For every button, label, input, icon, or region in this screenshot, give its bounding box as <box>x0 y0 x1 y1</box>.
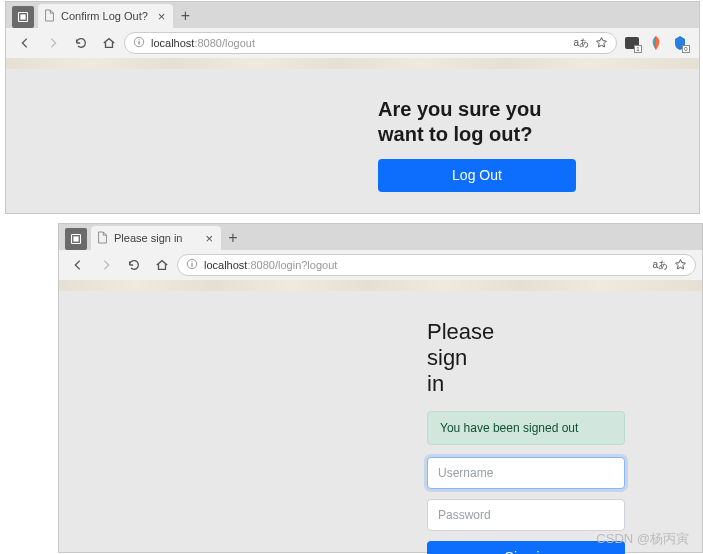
extension-icon[interactable]: 1 <box>623 34 641 52</box>
refresh-button[interactable] <box>68 30 94 56</box>
browser-tab[interactable]: Please sign in × <box>91 226 221 250</box>
refresh-button[interactable] <box>121 252 147 278</box>
site-info-icon[interactable] <box>186 258 198 272</box>
tab-strip: Please sign in × + <box>59 224 702 250</box>
tab-actions-icon[interactable] <box>12 6 34 28</box>
nav-toolbar: localhost:8080/login?logout aあ <box>59 250 702 280</box>
close-icon[interactable]: × <box>154 9 170 24</box>
signin-button[interactable]: Sign in <box>427 541 625 554</box>
back-button[interactable] <box>12 30 38 56</box>
tab-title: Please sign in <box>114 232 183 244</box>
home-button[interactable] <box>96 30 122 56</box>
username-input[interactable] <box>427 457 625 489</box>
svg-rect-10 <box>191 263 192 266</box>
svg-rect-7 <box>73 236 78 241</box>
forward-button[interactable] <box>93 252 119 278</box>
tab-strip: Confirm Log Out? × + <box>6 2 699 28</box>
signout-alert: You have been signed out <box>427 411 625 445</box>
bookmark-bar <box>59 280 702 291</box>
svg-point-9 <box>191 261 192 262</box>
svg-rect-4 <box>138 41 139 44</box>
watermark: CSDN @杨丙寅 <box>596 530 689 548</box>
new-tab-button[interactable]: + <box>221 226 245 250</box>
url-text: localhost:8080/logout <box>151 37 255 49</box>
password-input[interactable] <box>427 499 625 531</box>
new-tab-button[interactable]: + <box>173 4 197 28</box>
favorite-icon[interactable] <box>674 258 687 273</box>
tab-title: Confirm Log Out? <box>61 10 148 22</box>
bookmark-bar <box>6 58 699 69</box>
extension-icon[interactable]: 0 <box>671 34 689 52</box>
extension-area: 1 0 <box>619 34 693 52</box>
forward-button[interactable] <box>40 30 66 56</box>
tab-actions-icon[interactable] <box>65 228 87 250</box>
site-info-icon[interactable] <box>133 36 145 50</box>
back-button[interactable] <box>65 252 91 278</box>
extension-icon[interactable] <box>647 34 665 52</box>
browser-window-2: Please sign in × + localhost:8080/login?… <box>58 223 703 553</box>
browser-window-1: Confirm Log Out? × + localhost:8080/logo… <box>5 1 700 214</box>
signin-panel: Please sign in You have been signed out … <box>59 291 427 554</box>
home-button[interactable] <box>149 252 175 278</box>
url-text: localhost:8080/login?logout <box>204 259 337 271</box>
read-aloud-icon[interactable]: aあ <box>652 258 668 272</box>
address-bar[interactable]: localhost:8080/logout aあ <box>124 32 617 54</box>
page-content: Please sign in You have been signed out … <box>59 291 702 552</box>
address-bar[interactable]: localhost:8080/login?logout aあ <box>177 254 696 276</box>
svg-rect-1 <box>20 14 25 19</box>
read-aloud-icon[interactable]: aあ <box>573 36 589 50</box>
page-icon <box>97 231 108 246</box>
close-icon[interactable]: × <box>201 231 217 246</box>
browser-tab[interactable]: Confirm Log Out? × <box>38 4 173 28</box>
logout-heading: Are you sure you want to log out? <box>378 97 699 147</box>
page-content: Are you sure you want to log out? Log Ou… <box>6 69 699 213</box>
logout-button[interactable]: Log Out <box>378 159 576 192</box>
favorite-icon[interactable] <box>595 36 608 51</box>
nav-toolbar: localhost:8080/logout aあ 1 0 <box>6 28 699 58</box>
page-icon <box>44 9 55 24</box>
logout-panel: Are you sure you want to log out? Log Ou… <box>6 69 699 192</box>
svg-point-3 <box>138 39 139 40</box>
